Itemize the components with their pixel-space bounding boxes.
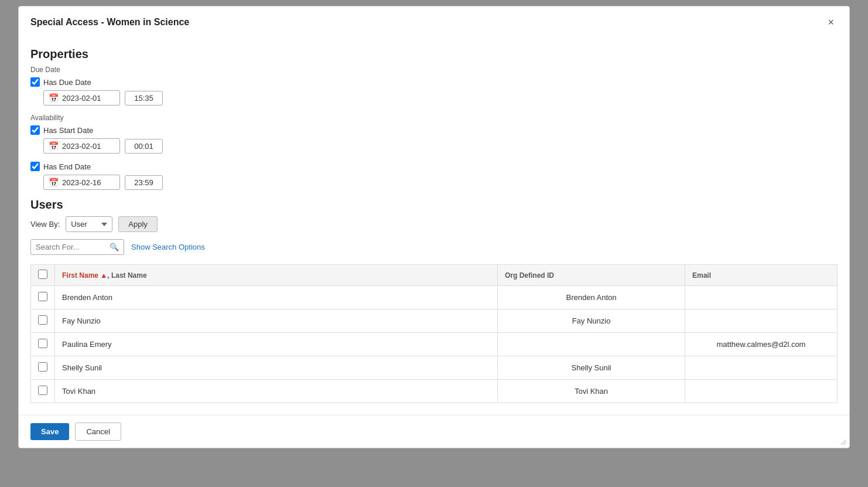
row-email-1	[685, 309, 838, 333]
start-date-input-wrapper: 📅	[43, 138, 120, 154]
start-date-row: 📅	[43, 138, 838, 154]
table-row: Brenden AntonBrenden Anton	[31, 286, 838, 309]
view-by-row: View By: User Group Section Apply	[30, 216, 838, 232]
row-org-id-0: Brenden Anton	[498, 286, 685, 309]
calendar-icon-due: 📅	[49, 93, 59, 103]
row-name-3: Shelly Sunil	[55, 356, 498, 380]
row-org-id-2	[498, 333, 685, 356]
search-wrapper: 🔍	[30, 239, 124, 255]
table-row: Tovi KhanTovi Khan	[31, 380, 838, 403]
has-due-date-checkbox[interactable]	[30, 77, 40, 87]
modal-backdrop: Special Access - Women in Science × Prop…	[0, 0, 868, 487]
has-due-date-label[interactable]: Has Due Date	[43, 78, 91, 87]
table-header-row: First Name ▲, Last Name Org Defined ID E…	[31, 265, 838, 286]
search-input[interactable]	[36, 243, 106, 251]
modal-footer: Save Cancel	[19, 415, 849, 448]
users-title: Users	[30, 198, 838, 212]
has-due-date-row: Has Due Date	[30, 77, 838, 87]
col-name-text: First Name ▲, Last Name	[62, 271, 147, 280]
due-date-label: Due Date	[30, 66, 838, 74]
row-org-id-4: Tovi Khan	[498, 380, 685, 403]
table-row: Paulina Emerymatthew.calmes@d2l.com	[31, 333, 838, 356]
due-time-input[interactable]	[125, 91, 163, 105]
end-date-input[interactable]	[62, 178, 115, 187]
users-section: Users View By: User Group Section Apply …	[30, 198, 838, 403]
row-email-2: matthew.calmes@d2l.com	[685, 333, 838, 356]
table-row: Shelly SunilShelly Sunil	[31, 356, 838, 380]
due-date-input-wrapper: 📅	[43, 90, 120, 105]
row-email-0	[685, 286, 838, 309]
calendar-icon-end: 📅	[49, 178, 59, 187]
end-date-row: 📅	[43, 175, 838, 190]
view-by-select[interactable]: User Group Section	[66, 216, 112, 232]
search-row: 🔍 Show Search Options	[30, 239, 838, 255]
start-date-input[interactable]	[62, 142, 115, 151]
row-checkbox-1[interactable]	[38, 315, 47, 325]
select-all-checkbox[interactable]	[38, 270, 47, 279]
has-end-date-label[interactable]: Has End Date	[43, 162, 91, 171]
row-name-2: Paulina Emery	[55, 333, 498, 356]
has-start-date-row: Has Start Date	[30, 125, 838, 135]
cancel-button[interactable]: Cancel	[75, 423, 121, 441]
start-time-input[interactable]	[125, 139, 163, 154]
availability-label: Availability	[30, 114, 838, 122]
row-email-3	[685, 356, 838, 380]
row-checkbox-2[interactable]	[38, 339, 47, 348]
users-table: First Name ▲, Last Name Org Defined ID E…	[30, 264, 838, 403]
apply-button[interactable]: Apply	[118, 216, 158, 232]
resize-handle[interactable]	[840, 438, 847, 445]
properties-title: Properties	[30, 47, 838, 61]
col-header-org-id[interactable]: Org Defined ID	[498, 265, 685, 286]
row-checkbox-4[interactable]	[38, 386, 47, 395]
search-icon: 🔍	[110, 243, 119, 251]
calendar-icon-start: 📅	[49, 141, 59, 151]
due-date-row: 📅	[43, 90, 838, 105]
show-search-options-link[interactable]: Show Search Options	[131, 243, 205, 251]
close-button[interactable]: ×	[824, 16, 838, 29]
users-table-body: Brenden AntonBrenden AntonFay NunzioFay …	[31, 286, 838, 403]
col-header-email[interactable]: Email	[685, 265, 838, 286]
modal-dialog: Special Access - Women in Science × Prop…	[18, 6, 850, 448]
save-button[interactable]: Save	[30, 423, 69, 440]
modal-title: Special Access - Women in Science	[30, 17, 189, 28]
end-time-input[interactable]	[125, 175, 163, 190]
modal-header: Special Access - Women in Science ×	[19, 6, 849, 36]
col-header-name[interactable]: First Name ▲, Last Name	[55, 265, 498, 286]
row-checkbox-3[interactable]	[38, 362, 47, 372]
row-name-0: Brenden Anton	[55, 286, 498, 309]
due-date-input[interactable]	[62, 94, 115, 103]
svg-line-0	[841, 440, 846, 445]
properties-section: Properties Due Date Has Due Date 📅 Avail…	[30, 47, 838, 190]
row-email-4	[685, 380, 838, 403]
end-date-input-wrapper: 📅	[43, 175, 120, 190]
has-start-date-label[interactable]: Has Start Date	[43, 126, 93, 135]
has-end-date-row: Has End Date	[30, 162, 838, 171]
row-org-id-3: Shelly Sunil	[498, 356, 685, 380]
view-by-label: View By:	[30, 220, 60, 229]
modal-body: Properties Due Date Has Due Date 📅 Avail…	[19, 36, 849, 415]
row-name-1: Fay Nunzio	[55, 309, 498, 333]
table-row: Fay NunzioFay Nunzio	[31, 309, 838, 333]
row-checkbox-0[interactable]	[38, 292, 47, 301]
has-end-date-checkbox[interactable]	[30, 162, 40, 171]
row-name-4: Tovi Khan	[55, 380, 498, 403]
has-start-date-checkbox[interactable]	[30, 125, 40, 135]
svg-line-1	[843, 442, 846, 445]
row-org-id-1: Fay Nunzio	[498, 309, 685, 333]
col-header-checkbox	[31, 265, 55, 286]
